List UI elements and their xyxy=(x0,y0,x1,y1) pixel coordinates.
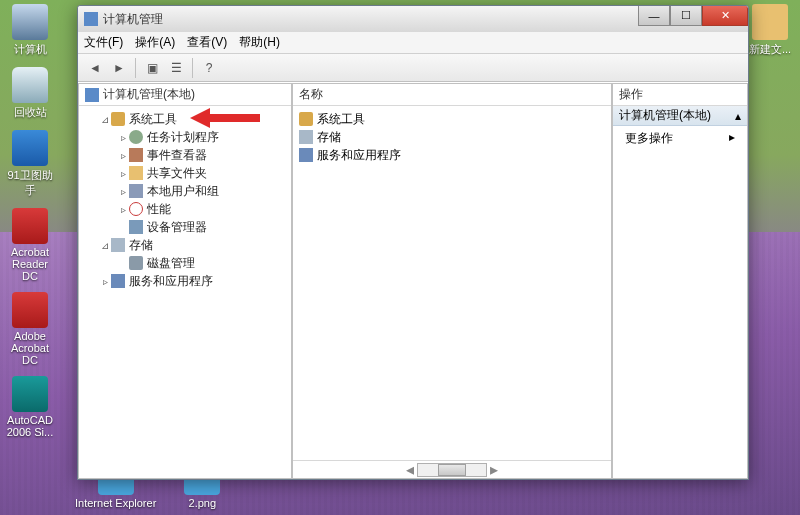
menu-file[interactable]: 文件(F) xyxy=(84,34,123,51)
toolbar-icon[interactable]: ▣ xyxy=(141,57,163,79)
tree-node-system-tools[interactable]: ⊿系统工具 xyxy=(81,110,289,128)
computer-management-window: 计算机管理 — ☐ ✕ 文件(F) 操作(A) 查看(V) 帮助(H) ◄ ► … xyxy=(77,5,749,480)
menu-view[interactable]: 查看(V) xyxy=(187,34,227,51)
maximize-button[interactable]: ☐ xyxy=(670,6,702,26)
tree-node-task-scheduler[interactable]: ▹任务计划程序 xyxy=(81,128,289,146)
desktop-icons-left: 计算机回收站91卫图助手Acrobat Reader DCAdobe Acrob… xyxy=(6,4,66,448)
desktop-icon[interactable]: Acrobat Reader DC xyxy=(6,208,54,282)
toolbar: ◄ ► ▣ ☰ ? xyxy=(78,54,748,82)
actions-header: 操作 xyxy=(613,84,747,106)
list-panel: 名称 系统工具 存储 服务和应用程序 ◂ ▸ xyxy=(292,83,612,479)
tree-node-device-manager[interactable]: 设备管理器 xyxy=(81,218,289,236)
desktop-icons-right: 新建文... xyxy=(746,4,794,67)
forward-button[interactable]: ► xyxy=(108,57,130,79)
desktop-icon[interactable]: 新建文... xyxy=(746,4,794,57)
tree-node-performance[interactable]: ▹性能 xyxy=(81,200,289,218)
tree-node-disk-management[interactable]: 磁盘管理 xyxy=(81,254,289,272)
actions-panel: 操作 计算机管理(本地)▴ 更多操作▸ xyxy=(612,83,748,479)
navigation-tree: ⊿系统工具 ▹任务计划程序 ▹事件查看器 ▹共享文件夹 ▹本地用户和组 ▹性能 … xyxy=(79,106,291,478)
collapse-icon: ▴ xyxy=(735,109,741,123)
close-button[interactable]: ✕ xyxy=(702,6,748,26)
help-button[interactable]: ? xyxy=(198,57,220,79)
submenu-arrow-icon: ▸ xyxy=(729,130,735,147)
tree-node-shared-folders[interactable]: ▹共享文件夹 xyxy=(81,164,289,182)
tree-node-storage[interactable]: ⊿存储 xyxy=(81,236,289,254)
window-title: 计算机管理 xyxy=(103,11,163,28)
computer-icon xyxy=(85,88,99,102)
desktop-icon[interactable]: 计算机 xyxy=(6,4,54,57)
properties-button[interactable]: ☰ xyxy=(165,57,187,79)
tree-header: 计算机管理(本地) xyxy=(79,84,291,106)
list-view: 系统工具 存储 服务和应用程序 xyxy=(293,106,611,460)
list-item-services[interactable]: 服务和应用程序 xyxy=(299,146,605,164)
desktop-icon[interactable]: 回收站 xyxy=(6,67,54,120)
menubar: 文件(F) 操作(A) 查看(V) 帮助(H) xyxy=(78,32,748,54)
menu-help[interactable]: 帮助(H) xyxy=(239,34,280,51)
tree-panel: 计算机管理(本地) ⊿系统工具 ▹任务计划程序 ▹事件查看器 ▹共享文件夹 ▹本… xyxy=(78,83,292,479)
tree-node-event-viewer[interactable]: ▹事件查看器 xyxy=(81,146,289,164)
tree-node-services[interactable]: ▹服务和应用程序 xyxy=(81,272,289,290)
horizontal-scrollbar[interactable]: ◂ ▸ xyxy=(293,460,611,478)
desktop-icon[interactable]: 91卫图助手 xyxy=(6,130,54,198)
app-icon xyxy=(84,12,98,26)
desktop-icon[interactable]: Adobe Acrobat DC xyxy=(6,292,54,366)
actions-section-title[interactable]: 计算机管理(本地)▴ xyxy=(613,106,747,126)
list-item-system-tools[interactable]: 系统工具 xyxy=(299,110,605,128)
tree-node-local-users[interactable]: ▹本地用户和组 xyxy=(81,182,289,200)
back-button[interactable]: ◄ xyxy=(84,57,106,79)
titlebar[interactable]: 计算机管理 — ☐ ✕ xyxy=(78,6,748,32)
menu-action[interactable]: 操作(A) xyxy=(135,34,175,51)
list-header-name[interactable]: 名称 xyxy=(293,84,611,106)
minimize-button[interactable]: — xyxy=(638,6,670,26)
list-item-storage[interactable]: 存储 xyxy=(299,128,605,146)
desktop-icon[interactable]: AutoCAD 2006 Si... xyxy=(6,376,54,438)
action-more[interactable]: 更多操作▸ xyxy=(613,126,747,151)
